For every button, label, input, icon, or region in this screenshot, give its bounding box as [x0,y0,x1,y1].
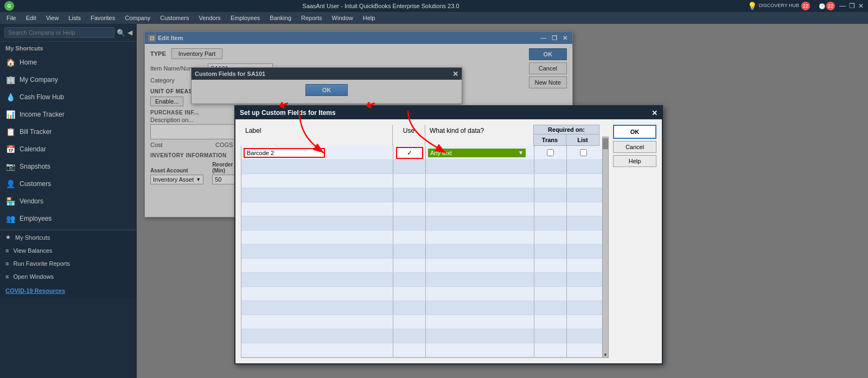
sidebar-item-employees[interactable]: 👥 Employees [0,210,137,227]
table-row [241,202,608,216]
customers-icon: 👤 [5,179,15,189]
row1-use-cell: ✓ [393,146,426,159]
main-layout: 🔍 ◀ My Shortcuts 🏠 Home 🏢 My Company 💧 C… [0,24,868,378]
setup-content: Label Use What kind of data? Required on… [235,119,662,363]
run-reports-item[interactable]: ≡ Run Favorite Reports [0,257,137,270]
col-use-header: Use [393,125,425,146]
income-icon: 📊 [5,110,15,119]
sidebar-item-home[interactable]: 🏠 Home [0,54,137,71]
sidebar-item-label: Bill Tracker [20,128,52,136]
menu-company[interactable]: Company [120,14,155,22]
table-row [241,315,608,329]
open-windows-item[interactable]: ≡ Open Windows [0,270,137,283]
any-text-select[interactable]: Any text ▼ [428,149,526,157]
use-checkbox[interactable]: ✓ [396,147,423,159]
employees-icon: 👥 [5,214,15,223]
menu-edit[interactable]: Edit [22,14,41,22]
my-shortcuts-item[interactable]: ★ My Shortcuts [0,230,137,244]
reports-label: Run Favorite Reports [13,260,70,267]
discovery-hub[interactable]: 💡 DISCOVERY HUB 22 [748,2,810,10]
any-text-label: Any text [430,150,452,156]
search-input[interactable] [4,27,114,38]
shortcuts-label: My Shortcuts [0,42,137,54]
required-on-col: Required on: Trans List [534,125,599,146]
table-row [241,245,608,259]
window-controls[interactable]: — ❐ ✕ [839,2,864,10]
calendar-icon: 📅 [5,144,15,154]
notification-badge: 22 [801,2,810,10]
balances-icon: ≡ [5,247,9,254]
app-title: SaasAnt User - Intuit QuickBooks Enterpr… [14,3,748,9]
view-balances-item[interactable]: ≡ View Balances [0,244,137,257]
collapse-icon[interactable]: ◀ [127,29,132,36]
restore-button[interactable]: ❐ [849,2,855,10]
scroll-down-arrow[interactable]: ▼ [603,353,608,357]
menu-lists[interactable]: Lists [64,14,85,22]
sidebar: 🔍 ◀ My Shortcuts 🏠 Home 🏢 My Company 💧 C… [0,24,137,378]
shortcuts-icon: ★ [5,234,11,241]
setup-close-button[interactable]: ✕ [652,109,658,117]
sidebar-item-billtracker[interactable]: 📋 Bill Tracker [0,123,137,140]
sidebar-item-label: Calendar [20,145,46,153]
sidebar-search-area: 🔍 ◀ [0,24,137,42]
table-row [241,329,608,343]
shortcuts-label: My Shortcuts [15,234,50,241]
sidebar-item-label: Income Tracker [20,111,65,118]
close-button[interactable]: ✕ [858,2,864,10]
app-logo: G [4,1,14,11]
setup-cancel-button[interactable]: Cancel [613,141,656,153]
trans-checkbox[interactable] [547,149,554,156]
reports-icon: ≡ [5,260,9,267]
title-bar: G SaasAnt User - Intuit QuickBooks Enter… [0,0,868,12]
checkmark: ✓ [407,149,412,157]
menu-help[interactable]: Help [359,14,380,22]
row1-kind-cell: Any text ▼ [426,146,534,159]
covid-link[interactable]: COVID-19 Resources [0,283,137,298]
menu-view[interactable]: View [42,14,63,22]
sidebar-item-customers[interactable]: 👤 Customers [0,175,137,193]
row1-label-cell [241,146,393,159]
snapshots-icon: 📷 [5,162,15,171]
sidebar-item-mycompany[interactable]: 🏢 My Company [0,71,137,88]
scrollbar-thumb [603,138,608,149]
setup-titlebar: Set up Custom Fields for Items ✕ [235,106,662,119]
dropdown-arrow-icon: ▼ [518,150,524,156]
menu-bar: File Edit View Lists Favorites Company C… [0,12,868,24]
sidebar-item-vendors[interactable]: 🏪 Vendors [0,193,137,210]
minimize-button[interactable]: — [839,2,846,10]
company-icon: 🏢 [5,75,15,85]
table-row [241,230,608,245]
sidebar-item-label: Employees [20,215,52,222]
sidebar-item-calendar[interactable]: 📅 Calendar [0,140,137,158]
setup-table-area: Label Use What kind of data? Required on… [241,125,609,358]
menu-window[interactable]: Window [328,14,358,22]
table-row [241,188,608,202]
search-icon[interactable]: 🔍 [117,29,125,37]
col-list-header: List [566,134,599,145]
menu-banking[interactable]: Banking [265,14,296,22]
table-row [241,160,608,174]
required-on-header: Required on: [534,125,599,134]
sidebar-item-income[interactable]: 📊 Income Tracker [0,106,137,123]
menu-favorites[interactable]: Favorites [86,14,119,22]
col-label-header: Label [241,125,393,146]
menu-reports[interactable]: Reports [297,14,327,22]
menu-vendors[interactable]: Vendors [195,14,225,22]
row1-list-cell [567,146,599,159]
vertical-scrollbar[interactable]: ▼ [602,137,609,358]
setup-custom-fields-dialog: Set up Custom Fields for Items ✕ Label U… [234,105,663,364]
col-trans-header: Trans [534,134,566,145]
menu-employees[interactable]: Employees [226,14,264,22]
sidebar-item-snapshots[interactable]: 📷 Snapshots [0,158,137,175]
setup-help-button[interactable]: Help [613,155,656,167]
table-row [241,259,608,273]
setup-data-rows: ✓ Any text ▼ [241,146,609,358]
list-checkbox[interactable] [580,149,587,156]
menu-customers[interactable]: Customers [156,14,193,22]
balances-label: View Balances [13,247,52,254]
sidebar-item-label: Cash Flow Hub [20,93,64,101]
sidebar-item-cashflow[interactable]: 💧 Cash Flow Hub [0,88,137,106]
menu-file[interactable]: File [2,14,21,22]
setup-ok-button[interactable]: OK [613,125,656,139]
barcode-input[interactable] [244,148,325,158]
